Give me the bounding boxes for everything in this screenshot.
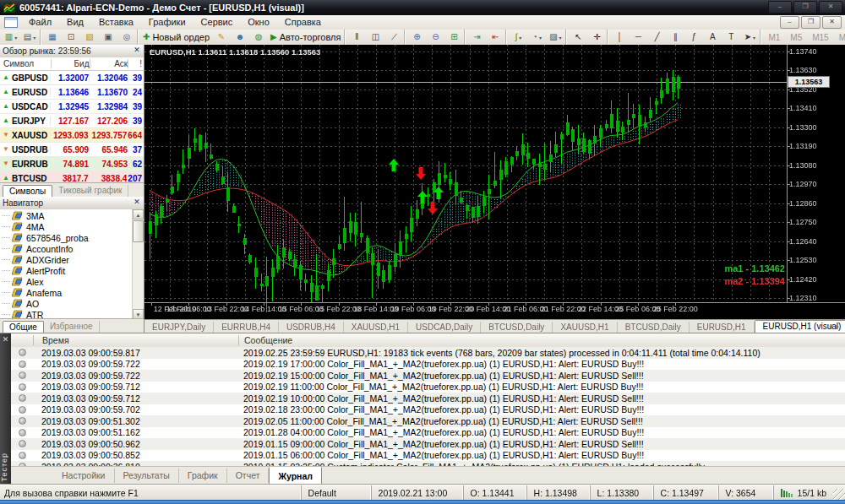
chart-tab-7[interactable]: BTCUSD,Daily: [618, 322, 690, 333]
news-button[interactable]: ◍: [250, 30, 267, 45]
profile-selector[interactable]: Default: [301, 485, 371, 501]
chart-tab-3[interactable]: XAUUSD,H1: [344, 322, 408, 333]
market-watch-row-btcusd[interactable]: ▲BTCUSD3817.73838.4207: [0, 171, 144, 183]
dropdown-arrow-icon[interactable]: ▾: [753, 35, 755, 41]
market-watch-close-icon[interactable]: ✕: [132, 46, 142, 56]
journal-row-8[interactable]: 2019.03.03 09:00:50.9622019.01.15 09:00:…: [11, 438, 845, 450]
navigator-scrollbar[interactable]: ▲ ▼: [132, 209, 144, 319]
indicators-button[interactable]: ∫▾: [510, 30, 526, 45]
horizontal-line-button[interactable]: ─: [630, 30, 646, 45]
maximize-button[interactable]: ❐: [793, 1, 817, 14]
navigator-item-3ma[interactable]: 3MA: [0, 210, 133, 221]
market-watch-row-usdcad[interactable]: ▲USDCAD1.329451.3298439: [0, 100, 144, 114]
journal-row-6[interactable]: 2019.03.03 09:00:51.3022019.02.05 11:00:…: [11, 415, 845, 427]
timeframe-m1-button[interactable]: M1: [764, 30, 784, 45]
market-watch-row-eurrub[interactable]: ▼EURRUB74.89174.95362: [0, 157, 144, 171]
bar-chart-mode-button[interactable]: ‖: [348, 30, 365, 45]
journal-row-9[interactable]: 2019.03.03 09:00:50.8522019.01.15 06:00:…: [11, 450, 845, 462]
chart-tab-1[interactable]: EURRUB,H4: [214, 322, 279, 333]
close-button[interactable]: ✕: [819, 1, 842, 14]
journal-message-column-header[interactable]: Сообщение: [238, 335, 845, 345]
crosshair-button[interactable]: ✛: [588, 30, 605, 45]
market-watch-row-gbpusd[interactable]: ▲GBPUSD1.320071.3204639: [0, 71, 144, 85]
market-watch-row-xauusd[interactable]: ▼XAUUSD1293.0931293.757664: [0, 128, 144, 143]
cursor-button[interactable]: ↖: [570, 30, 586, 45]
auto-scroll-button[interactable]: ⇥: [468, 30, 485, 45]
data-window-button[interactable]: ⊡: [63, 30, 79, 45]
market-watch-row-eurusd[interactable]: ▲EURUSD1.136461.1367024: [0, 85, 144, 100]
mdi-close-button[interactable]: ✕: [822, 16, 842, 29]
journal-time-column-header[interactable]: Время: [33, 335, 238, 345]
new-order-button[interactable]: ✚Новый ордер: [141, 30, 211, 45]
chart-tab-5[interactable]: BTCUSD,Daily: [481, 322, 553, 333]
menu-item-3[interactable]: Графики: [141, 16, 194, 29]
chart-tabs-scroll[interactable]: ◂▸: [829, 322, 842, 330]
navigator-tab-0[interactable]: Общие: [3, 321, 44, 333]
text-label-button[interactable]: T: [722, 30, 739, 45]
price-chart-canvas[interactable]: [144, 45, 845, 319]
resize-grip[interactable]: [833, 489, 845, 501]
text-button[interactable]: A: [704, 30, 721, 45]
chart-tab-8[interactable]: EURUSD,H1: [690, 322, 755, 333]
market-watch-column-header[interactable]: !: [128, 59, 144, 68]
tester-tab-настройки[interactable]: Настройки: [53, 469, 115, 483]
chart-tab-6[interactable]: XAUUSD,H1: [553, 322, 617, 333]
navigator-item-alertprofit[interactable]: AlertProfit: [0, 265, 133, 276]
mdi-minimize-button[interactable]: –: [780, 16, 799, 29]
timeframe-m5-button[interactable]: M5: [786, 30, 806, 45]
timeframe-m30-button[interactable]: M30: [835, 30, 845, 45]
auto-trading-button[interactable]: ▶Авто-торговля: [269, 30, 342, 45]
market-watch-tab-1[interactable]: Тиковый график: [52, 185, 128, 197]
market-watch-column-header[interactable]: Символ: [0, 59, 51, 68]
market-watch-row-eurjpy[interactable]: ▲EURJPY127.167127.20639: [0, 114, 144, 128]
journal-row-4[interactable]: 2019.03.03 09:00:59.7122019.02.19 10:00:…: [11, 393, 845, 404]
navigator-button[interactable]: ▧: [81, 30, 98, 45]
line-chart-mode-button[interactable]: ⟋: [385, 30, 402, 45]
menu-item-0[interactable]: Файл: [21, 16, 59, 29]
journal-row-5[interactable]: 2019.03.03 09:00:59.7022019.02.18 23:00:…: [11, 404, 845, 416]
chart-tab-2[interactable]: USDRUB,H4: [279, 322, 344, 333]
strategy-tester-button[interactable]: ◎: [118, 30, 135, 45]
chart-window-icon[interactable]: [4, 17, 18, 28]
zoom-in-button[interactable]: ⊕: [408, 30, 425, 45]
menu-item-1[interactable]: Вид: [59, 16, 91, 29]
metaeditor-button[interactable]: ✎: [213, 30, 230, 45]
periods-button[interactable]: ◔▾: [528, 30, 545, 45]
tester-tab-отчет[interactable]: Отчет: [227, 469, 270, 483]
terminal-button[interactable]: ▣: [100, 30, 117, 45]
market-watch-column-header[interactable]: Аск: [90, 59, 128, 68]
dropdown-arrow-icon[interactable]: ▾: [559, 35, 562, 41]
chart-tab-4[interactable]: USDCAD,Daily: [408, 322, 481, 333]
menu-item-2[interactable]: Вставка: [91, 16, 141, 29]
navigator-item-ao[interactable]: AO: [0, 298, 133, 309]
journal-row-3[interactable]: 2019.03.03 09:00:59.7122019.02.19 11:00:…: [11, 382, 845, 393]
trendline-button[interactable]: ╱: [648, 30, 665, 45]
community-button[interactable]: ☻: [232, 30, 248, 45]
fibonacci-button[interactable]: ƒ: [685, 30, 702, 45]
journal-row-2[interactable]: 2019.03.03 09:00:59.7222019.02.19 15:00:…: [11, 370, 845, 382]
scroll-up-icon[interactable]: ▲: [133, 209, 144, 219]
mdi-restore-button[interactable]: ❐: [801, 16, 820, 29]
dropdown-arrow-icon[interactable]: ▾: [539, 35, 542, 41]
dropdown-arrow-icon[interactable]: ▾: [14, 35, 17, 41]
zoom-out-button[interactable]: ⊖: [427, 30, 444, 45]
tester-tab-журнал[interactable]: Журнал: [269, 467, 321, 485]
market-watch-row-usdrub[interactable]: ▼USDRUB65.90965.94637: [0, 143, 144, 157]
market-watch-tab-0[interactable]: Символы: [3, 185, 52, 198]
tester-close-icon[interactable]: ✕: [1, 335, 10, 344]
candlestick-mode-button[interactable]: ◫: [367, 30, 384, 45]
dropdown-arrow-icon[interactable]: ▾: [519, 35, 521, 41]
profiles-button[interactable]: ▤▾: [21, 30, 38, 45]
new-chart-button[interactable]: ▥▾: [3, 30, 19, 45]
menu-item-6[interactable]: Справка: [277, 16, 329, 29]
tester-tab-график[interactable]: График: [179, 469, 227, 483]
templates-button[interactable]: ▨▾: [547, 30, 564, 45]
navigator-item-adxgrider[interactable]: ADXGrider: [0, 254, 133, 265]
journal-row-0[interactable]: 2019.03.03 09:00:59.8172019.02.25 23:59:…: [11, 347, 845, 359]
minimize-button[interactable]: –: [768, 1, 792, 14]
tile-windows-button[interactable]: ⊞: [445, 30, 462, 45]
navigator-item-4ma[interactable]: 4MA: [0, 221, 133, 232]
navigator-tab-1[interactable]: Избранное: [44, 321, 100, 333]
scrollbar-thumb[interactable]: [133, 220, 144, 242]
dropdown-arrow-icon[interactable]: ▾: [33, 35, 35, 41]
